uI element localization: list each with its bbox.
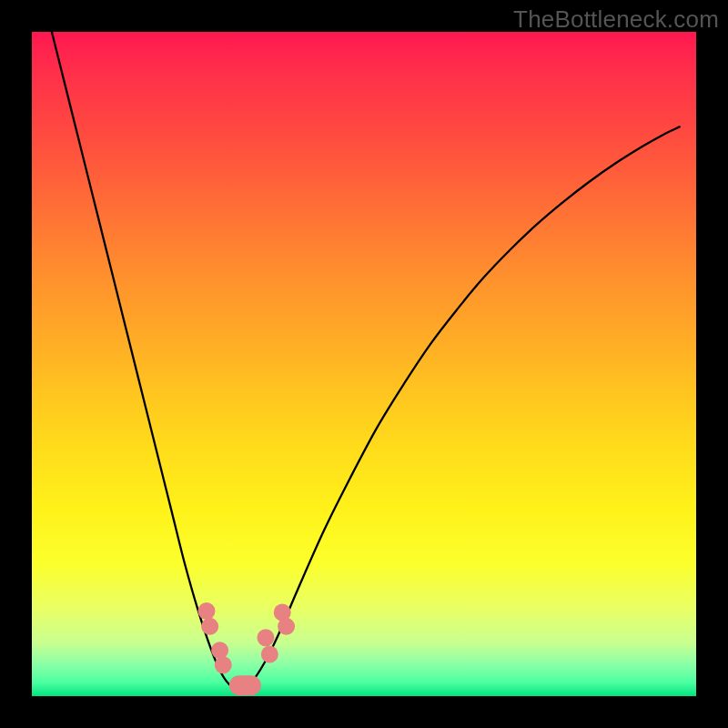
data-point-marker — [215, 656, 232, 673]
bottleneck-curve-line — [52, 32, 680, 690]
watermark-text: TheBottleneck.com — [513, 5, 719, 34]
data-point-marker — [278, 618, 295, 635]
optimal-range-capsule — [229, 675, 261, 695]
data-point-marker — [261, 646, 278, 663]
chart-frame: TheBottleneck.com — [0, 0, 728, 728]
data-point-marker — [211, 642, 228, 659]
data-point-marker — [201, 618, 218, 635]
data-point-marker — [197, 602, 215, 620]
data-point-marker — [257, 629, 274, 646]
plot-area — [32, 32, 696, 696]
data-markers — [197, 602, 295, 695]
chart-svg — [32, 32, 696, 696]
